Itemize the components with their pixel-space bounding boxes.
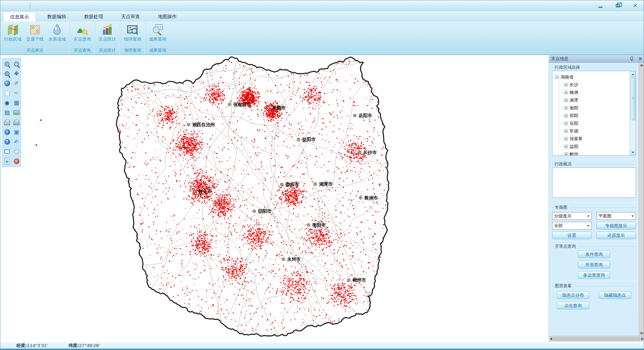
expand-icon[interactable]: + [564, 106, 568, 110]
thematic-show-button[interactable]: 专题图显示 [596, 222, 636, 230]
svg-text:永州市: 永州市 [287, 256, 301, 262]
condition-query-button[interactable]: 条件查询 [578, 250, 610, 258]
polygon-query-button[interactable]: 多边形查询 [578, 271, 610, 279]
tab-3[interactable]: 数据处理 [77, 12, 110, 21]
tree-scroll-thumb[interactable] [631, 77, 635, 120]
expand-icon[interactable]: + [564, 129, 568, 133]
tree-node-4[interactable]: +衡阳 [555, 104, 630, 112]
tree-scrollbar[interactable] [630, 71, 636, 155]
grade-display-select[interactable]: 分级显示 [552, 212, 592, 220]
tree-node-root[interactable]: −湖南省 [555, 73, 630, 81]
tree-node-3[interactable]: +湘潭 [555, 96, 630, 104]
stray-disaster-point [40, 119, 42, 121]
horizontal-scroll-thumb[interactable] [553, 337, 640, 341]
ribbon-button-label: 交通干线 [26, 36, 44, 42]
blank-page-tool[interactable] [2, 88, 12, 98]
scroll-right-icon[interactable] [641, 337, 643, 341]
tree-node-9[interactable]: +益阳 [555, 143, 630, 150]
expand-icon[interactable]: + [564, 91, 568, 94]
tree-node-label: 常德 [570, 128, 578, 134]
panel-vertical-scrollbar[interactable] [639, 63, 644, 336]
panel-close-icon[interactable]: ✕ [638, 56, 642, 61]
rectangle-query-button[interactable]: 矩形查询 [578, 261, 610, 268]
sketch-tool[interactable]: ✍ [12, 137, 21, 147]
tree-node-7[interactable]: +常德 [555, 127, 630, 135]
traffic-lines-map-button[interactable]: 交通干线 [24, 22, 46, 48]
globe-tool[interactable] [2, 79, 12, 88]
scroll-left-icon[interactable] [550, 337, 552, 341]
measure-tool[interactable]: ✐ [12, 79, 21, 88]
close-button[interactable]: ✕ [631, 2, 640, 9]
map-magnifier-button[interactable]: 地理查询 [121, 22, 144, 48]
pointer-select-tool[interactable]: ➤ [2, 156, 12, 166]
zoom-extent-tool[interactable]: ± [2, 69, 12, 79]
zoom-in-tool[interactable]: + [2, 59, 12, 69]
ribbon-button-label: 行政区域 [4, 36, 21, 42]
overview-textarea[interactable] [552, 167, 636, 198]
overview-window-tool[interactable]: ▣ [12, 127, 21, 137]
scroll-down-icon[interactable] [640, 333, 643, 335]
expand-icon[interactable]: + [564, 83, 568, 87]
expand-icon[interactable]: + [564, 152, 568, 155]
collapse-icon[interactable]: − [555, 75, 559, 79]
thematic-label: 专题图 [552, 205, 636, 210]
clear-selection-tool[interactable]: × [12, 156, 21, 166]
expand-icon[interactable]: + [564, 98, 568, 102]
bar-chart-button[interactable]: 灾点统计 [96, 22, 118, 48]
layer-view-label: 图层查看 [552, 283, 636, 289]
hazard-distribution-button[interactable]: 隐患点分布 [557, 291, 589, 299]
settings-button[interactable]: 设置 [552, 232, 592, 239]
attribute-table-tool[interactable]: ▦ [12, 98, 21, 108]
panel-title: 灾点信息 [551, 56, 629, 62]
hide-hazard-points-button[interactable]: 隐藏隐患点 [599, 291, 631, 299]
refresh-view-tool[interactable]: ◉ [2, 98, 12, 108]
panel-horizontal-scrollbar[interactable] [549, 336, 644, 342]
restore-button[interactable] [613, 2, 622, 9]
brush-tool[interactable]: ✒ [12, 88, 21, 98]
disaster-query-group: 灾害点查询 条件查询矩形查询多边形查询 [550, 243, 638, 281]
table-magnifier-icon [152, 23, 164, 36]
identify-info-tool[interactable]: i [2, 127, 12, 137]
minimize-button[interactable] [596, 2, 605, 9]
tab-1[interactable]: 信息展示 [3, 12, 36, 21]
map-canvas[interactable]: 张家界市常德市岳阳市湘西自治州益阳市长沙市娄底市湘潭市怀化市株洲市邵阳市衡阳市永… [0, 55, 549, 342]
tree-scroll-down-icon[interactable] [631, 150, 635, 155]
pan-tool[interactable]: ✥ [12, 69, 21, 79]
tree-node-label: 衡阳 [570, 105, 578, 111]
mountain-search-button[interactable]: 灾点查询 [71, 22, 93, 48]
expand-icon[interactable]: + [564, 121, 568, 125]
rectangle-select-tool[interactable] [2, 147, 12, 156]
scope-select[interactable]: 全部 [552, 222, 592, 230]
print-preview-tool[interactable] [12, 117, 21, 127]
zoom-out-tool[interactable]: − [12, 59, 21, 69]
expand-icon[interactable]: + [564, 145, 568, 148]
expand-icon[interactable]: + [564, 137, 568, 141]
attribute-table-icon: ▦ [14, 100, 19, 106]
click-query-button[interactable]: 点击查询 [557, 302, 589, 309]
expand-icon[interactable]: + [564, 114, 568, 117]
pin-icon[interactable] [629, 56, 634, 61]
tree-node-2[interactable]: +株洲 [555, 89, 630, 96]
map-type-select[interactable]: 平面图 [596, 212, 636, 220]
tree-node-10[interactable]: +郴州 [555, 150, 630, 155]
tab-5[interactable]: 地图操作 [151, 12, 183, 21]
tree-node-5[interactable]: +邵阳 [555, 112, 630, 119]
tree-scroll-up-icon[interactable] [631, 72, 635, 77]
legend-window-tool[interactable]: ▤ [2, 108, 12, 117]
tree-node-8[interactable]: +张家界 [555, 135, 630, 143]
table-magnifier-button[interactable]: 成果查询 [147, 22, 169, 48]
tree-node-6[interactable]: +岳阳 [555, 119, 630, 127]
restore-display-button[interactable]: 还原显示 [596, 232, 636, 239]
water-drop-button[interactable]: 水系流域 [46, 22, 68, 48]
tree-node-1[interactable]: +长沙 [555, 81, 630, 89]
admin-region-map-button[interactable]: 行政区域 [2, 22, 24, 48]
scroll-up-icon[interactable] [640, 64, 643, 66]
tab-4[interactable]: 灾点审查 [114, 12, 147, 21]
help-tool[interactable]: ? [2, 137, 12, 147]
tab-2[interactable]: 数据编辑 [41, 12, 73, 21]
ribbon-group-label: 灾点展示 [2, 48, 68, 54]
print-tool[interactable] [2, 117, 12, 127]
image-export-tool[interactable] [12, 108, 21, 117]
zoom-extent-icon: ± [5, 71, 9, 76]
ellipse-select-tool[interactable] [12, 147, 21, 156]
